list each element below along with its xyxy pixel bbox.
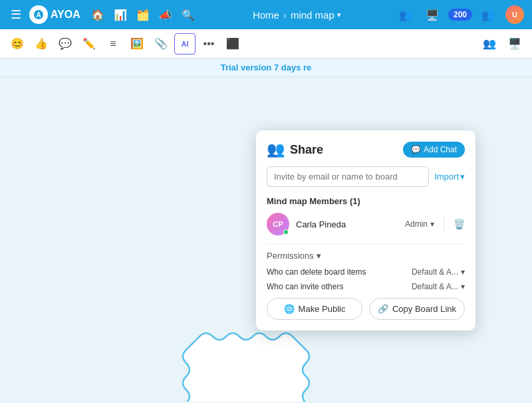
member-role[interactable]: Admin ▾	[405, 219, 434, 229]
perm-invite-row: Who can invite others Default & A... ▾	[267, 282, 465, 291]
chevron-down-icon: ▾	[461, 282, 465, 291]
chevron-down-icon: ▾	[317, 251, 321, 261]
mind-map-node[interactable]: +	[180, 330, 313, 402]
perm-invite-label: Who can invite others	[267, 282, 343, 291]
tool-comment[interactable]: 💬	[55, 33, 76, 55]
invite-row: Import ▾	[267, 166, 465, 187]
trial-banner: Trial version 7 days re	[0, 59, 532, 77]
toolbar-right: 👥 🖥️	[479, 33, 525, 55]
member-avatar: CP	[267, 213, 289, 235]
chat-icon: 💬	[411, 145, 421, 154]
tool-list[interactable]: ≡	[102, 33, 124, 55]
trial-text: Trial version	[221, 63, 274, 72]
permissions-label-text: Permissions	[267, 251, 314, 261]
perm-delete-value[interactable]: Default & A... ▾	[412, 267, 465, 277]
invite-input[interactable]	[267, 166, 429, 187]
drawing-toolbar: 😊 👍 💬 ✏️ ≡ 🖼️ 📎 AI ••• ⬛ 👥 🖥️	[0, 29, 532, 59]
perm-delete-label: Who can delete board items	[267, 267, 366, 277]
tool-attach[interactable]: 📎	[150, 33, 172, 55]
share-actions: 🌐 Make Public 🔗 Copy Board Link	[267, 298, 465, 320]
breadcrumb-current: mind map ▾	[291, 9, 341, 21]
make-public-button[interactable]: 🌐 Make Public	[267, 298, 362, 320]
perm-invite-value[interactable]: Default & A... ▾	[412, 282, 465, 291]
tool-emoji[interactable]: 😊	[7, 33, 28, 55]
score-badge: 200	[448, 9, 472, 21]
nav-announce-icon[interactable]: 📣	[155, 4, 176, 25]
import-label: Import	[434, 172, 459, 182]
nav-logo: A AYOA	[29, 5, 80, 24]
copy-board-link-label: Copy Board Link	[392, 304, 456, 314]
share-title: Share	[290, 143, 323, 157]
nav-table-icon[interactable]: 🗂️	[132, 4, 154, 25]
tool-pencil[interactable]: ✏️	[78, 33, 100, 55]
breadcrumb-current-label: mind map	[291, 9, 334, 21]
nav-groups-icon[interactable]: 👥	[477, 4, 499, 25]
breadcrumb: Home › mind map ▾	[203, 9, 391, 21]
svg-text:A: A	[36, 11, 41, 19]
tool-like[interactable]: 👍	[31, 33, 52, 55]
share-people-button[interactable]: 👥	[479, 33, 500, 55]
member-name: Carla Pineda	[296, 219, 398, 229]
chevron-down-icon: ▾	[461, 267, 465, 277]
top-nav: ☰ A AYOA 🏠 📊 🗂️ 📣 🔍 Home › mind map ▾ 👥 …	[0, 0, 532, 29]
mind-node-shape	[180, 330, 313, 402]
tool-extra[interactable]: ⬛	[222, 33, 243, 55]
share-people-icon: 👥	[267, 141, 285, 158]
perm-delete-value-text: Default & A...	[412, 267, 458, 277]
permissions-toggle[interactable]: Permissions ▾	[267, 251, 465, 261]
canvas-area: + 👥 Share 💬 Add Chat Import ▾ Mind map M…	[0, 77, 532, 402]
nav-share-people-icon[interactable]: 👥	[395, 4, 416, 25]
logo-text: AYOA	[51, 9, 80, 21]
member-divider	[444, 217, 444, 231]
perm-delete-row: Who can delete board items Default & A..…	[267, 267, 465, 277]
nav-chart-icon[interactable]: 📊	[110, 4, 131, 25]
member-delete-button[interactable]: 🗑️	[454, 219, 465, 229]
permissions-section: Permissions ▾ Who can delete board items…	[267, 243, 465, 291]
tool-image[interactable]: 🖼️	[126, 33, 148, 55]
nav-screen-icon[interactable]: 🖥️	[422, 4, 443, 25]
member-row: CP Carla Pineda Admin ▾ 🗑️	[267, 213, 465, 235]
nav-home-icon[interactable]: 🏠	[87, 4, 108, 25]
tool-more[interactable]: •••	[198, 33, 219, 55]
logo-icon: A	[29, 5, 48, 24]
hamburger-menu[interactable]: ☰	[7, 5, 25, 25]
chevron-down-icon: ▾	[337, 11, 341, 19]
members-label: Mind map Members (1)	[267, 196, 465, 206]
nav-avatar-icon[interactable]: U	[504, 4, 525, 25]
make-public-label: Make Public	[299, 304, 346, 314]
screen-share-button[interactable]: 🖥️	[504, 33, 525, 55]
tool-ai[interactable]: AI	[174, 33, 196, 55]
import-button[interactable]: Import ▾	[434, 172, 465, 182]
nav-right-actions: 👥 🖥️ 200 👥 U	[395, 4, 525, 25]
nav-search-icon[interactable]: 🔍	[178, 4, 199, 25]
role-label: Admin	[405, 219, 428, 229]
add-chat-label: Add Chat	[424, 145, 457, 154]
add-chat-button[interactable]: 💬 Add Chat	[403, 142, 465, 158]
breadcrumb-home[interactable]: Home	[253, 9, 279, 21]
trial-highlight: 7 days re	[274, 63, 311, 72]
breadcrumb-separator: ›	[283, 9, 287, 21]
share-title-group: 👥 Share	[267, 141, 323, 158]
online-indicator	[283, 229, 289, 235]
perm-invite-value-text: Default & A...	[412, 282, 458, 291]
member-initials: CP	[273, 220, 283, 228]
copy-board-link-button[interactable]: 🔗 Copy Board Link	[369, 298, 465, 320]
share-modal-header: 👥 Share 💬 Add Chat	[267, 141, 465, 158]
link-icon: 🔗	[378, 304, 388, 314]
chevron-down-icon: ▾	[460, 172, 465, 182]
share-modal: 👥 Share 💬 Add Chat Import ▾ Mind map Mem…	[256, 130, 475, 331]
globe-icon: 🌐	[284, 304, 295, 314]
nav-app-icons: 🏠 📊 🗂️ 📣 🔍	[87, 4, 199, 25]
chevron-down-icon: ▾	[430, 219, 434, 229]
